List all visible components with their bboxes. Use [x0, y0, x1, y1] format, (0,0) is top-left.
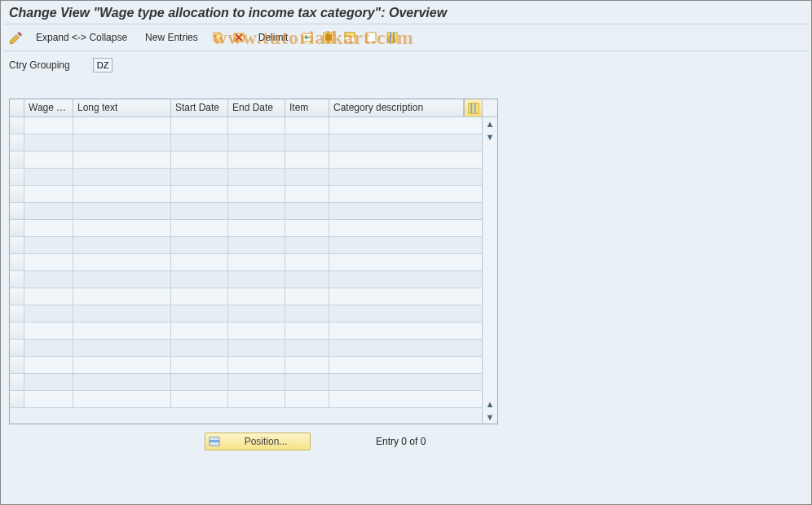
cell-wage-type[interactable]	[24, 254, 73, 271]
row-selector[interactable]	[10, 305, 24, 323]
cell-category[interactable]	[329, 220, 482, 237]
table-row[interactable]	[10, 357, 482, 374]
cell-item[interactable]	[285, 391, 329, 408]
cell-item[interactable]	[285, 237, 329, 254]
table-row[interactable]	[10, 203, 482, 220]
cell-end-date[interactable]	[228, 323, 285, 340]
cell-end-date[interactable]	[228, 237, 285, 254]
vertical-scrollbar[interactable]: ▲ ▼ ▲ ▼	[482, 99, 497, 424]
cell-end-date[interactable]	[228, 254, 285, 271]
cell-long-text[interactable]	[73, 237, 171, 254]
row-selector[interactable]	[10, 134, 24, 152]
cell-start-date[interactable]	[171, 340, 228, 357]
cell-category[interactable]	[329, 305, 482, 323]
col-start-date[interactable]: Start Date	[171, 99, 228, 116]
cell-long-text[interactable]	[73, 134, 171, 152]
cell-end-date[interactable]	[228, 203, 285, 220]
cell-category[interactable]	[329, 203, 482, 220]
cell-long-text[interactable]	[73, 305, 171, 323]
cell-item[interactable]	[285, 374, 329, 391]
cell-end-date[interactable]	[228, 288, 285, 305]
cell-start-date[interactable]	[171, 254, 228, 271]
cell-end-date[interactable]	[228, 305, 285, 323]
table-row[interactable]	[10, 186, 482, 203]
scroll-down-icon-bottom[interactable]: ▼	[483, 411, 497, 424]
cell-start-date[interactable]	[171, 391, 228, 408]
cell-category[interactable]	[329, 357, 482, 374]
cell-wage-type[interactable]	[24, 117, 73, 134]
table-row[interactable]	[10, 391, 482, 408]
cell-category[interactable]	[329, 169, 482, 186]
cell-category[interactable]	[329, 391, 482, 408]
new-entries-button[interactable]: New Entries	[138, 29, 205, 46]
cell-long-text[interactable]	[73, 203, 171, 220]
cell-start-date[interactable]	[171, 237, 228, 254]
cell-start-date[interactable]	[171, 357, 228, 374]
cell-item[interactable]	[285, 254, 329, 271]
cell-wage-type[interactable]	[24, 186, 73, 203]
cell-item[interactable]	[285, 340, 329, 357]
row-selector-header[interactable]	[10, 99, 24, 116]
table-row[interactable]	[10, 169, 482, 186]
scroll-up-icon-bottom[interactable]: ▲	[483, 397, 497, 411]
cell-end-date[interactable]	[228, 117, 285, 134]
cell-long-text[interactable]	[73, 357, 171, 374]
cell-start-date[interactable]	[171, 271, 228, 288]
cell-wage-type[interactable]	[24, 357, 73, 374]
cell-end-date[interactable]	[228, 134, 285, 152]
table-row[interactable]	[10, 254, 482, 271]
cell-item[interactable]	[285, 117, 329, 134]
cell-end-date[interactable]	[228, 220, 285, 237]
cell-long-text[interactable]	[73, 186, 171, 203]
cell-item[interactable]	[285, 186, 329, 203]
table-row[interactable]	[10, 134, 482, 152]
cell-start-date[interactable]	[171, 288, 228, 305]
row-selector[interactable]	[10, 220, 24, 237]
cell-wage-type[interactable]	[24, 391, 73, 408]
cell-long-text[interactable]	[73, 271, 171, 288]
scroll-down-icon[interactable]: ▼	[483, 130, 497, 143]
cell-category[interactable]	[329, 374, 482, 391]
cell-item[interactable]	[285, 357, 329, 374]
cell-wage-type[interactable]	[24, 220, 73, 237]
table-row[interactable]	[10, 340, 482, 357]
row-selector[interactable]	[10, 271, 24, 288]
delimit-button[interactable]: Delimit	[251, 29, 296, 46]
cell-wage-type[interactable]	[24, 305, 73, 323]
table-row[interactable]	[10, 288, 482, 305]
cell-long-text[interactable]	[73, 323, 171, 340]
cell-category[interactable]	[329, 340, 482, 357]
cell-long-text[interactable]	[73, 288, 171, 305]
cell-start-date[interactable]	[171, 305, 228, 323]
cell-item[interactable]	[285, 288, 329, 305]
cell-item[interactable]	[285, 134, 329, 152]
ctry-grouping-field[interactable]: DZ	[93, 58, 113, 72]
cell-start-date[interactable]	[171, 134, 228, 152]
table-configure-icon[interactable]	[464, 99, 482, 116]
cell-end-date[interactable]	[228, 391, 285, 408]
table-row[interactable]	[10, 271, 482, 288]
table-row[interactable]	[10, 220, 482, 237]
row-selector[interactable]	[10, 323, 24, 340]
cell-item[interactable]	[285, 220, 329, 237]
cell-wage-type[interactable]	[24, 374, 73, 391]
cell-item[interactable]	[285, 169, 329, 186]
copy-as-icon[interactable]	[209, 29, 227, 46]
cell-long-text[interactable]	[73, 117, 171, 134]
cell-start-date[interactable]	[171, 152, 228, 169]
row-selector[interactable]	[10, 357, 24, 374]
table-row[interactable]	[10, 152, 482, 169]
cell-start-date[interactable]	[171, 203, 228, 220]
expand-collapse-button[interactable]: Expand <-> Collapse	[29, 29, 135, 46]
delete-icon[interactable]	[230, 29, 248, 46]
cell-category[interactable]	[329, 117, 482, 134]
cell-category[interactable]	[329, 152, 482, 169]
cell-end-date[interactable]	[228, 271, 285, 288]
position-button[interactable]: Position...	[205, 433, 311, 450]
cell-start-date[interactable]	[171, 186, 228, 203]
cell-start-date[interactable]	[171, 220, 228, 237]
select-all-icon[interactable]	[320, 29, 338, 46]
row-selector[interactable]	[10, 374, 24, 391]
cell-item[interactable]	[285, 305, 329, 323]
cell-wage-type[interactable]	[24, 288, 73, 305]
